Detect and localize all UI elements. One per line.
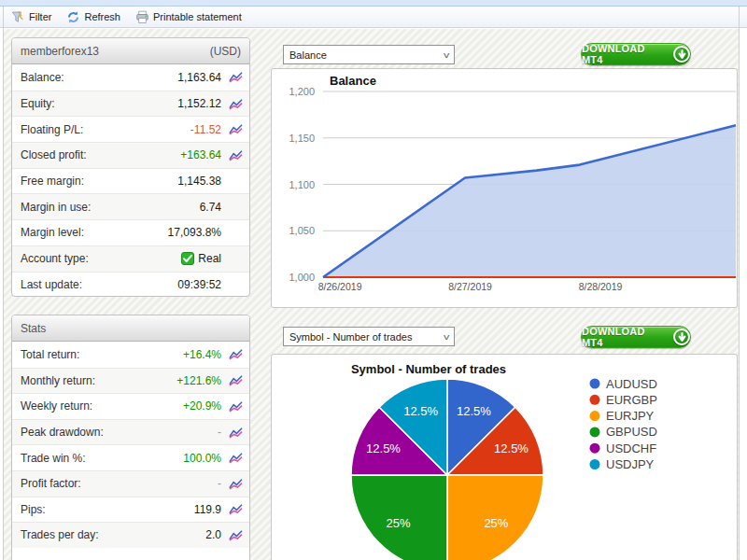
download-arrow-icon xyxy=(673,46,690,63)
chevron-down-icon: v xyxy=(444,50,449,60)
svg-text:EURJPY: EURJPY xyxy=(606,409,655,423)
svg-text:1,000: 1,000 xyxy=(289,272,315,283)
refresh-icon xyxy=(66,10,80,24)
svg-text:12.5%: 12.5% xyxy=(366,441,401,455)
table-row: Monthly return:+121.6% xyxy=(12,368,249,394)
svg-text:1,050: 1,050 xyxy=(289,225,315,236)
row-value: 09:39:52 xyxy=(177,278,221,291)
download-mt4-button-bottom[interactable]: DOWNLOAD MT4 xyxy=(581,326,691,348)
row-label: Pips: xyxy=(21,503,194,516)
balance-chart-panel: 1,0001,0501,1001,1501,2008/26/20198/27/2… xyxy=(271,68,738,308)
row-value: Real xyxy=(181,252,221,265)
window-top-strip xyxy=(0,0,747,7)
row-value: - xyxy=(218,426,221,439)
row-label: Trades per day: xyxy=(21,528,205,541)
svg-text:1,100: 1,100 xyxy=(289,179,315,190)
row-label: Total return: xyxy=(21,348,183,361)
table-row: Floating P/L:-11.52 xyxy=(12,116,249,142)
row-value: +16.4% xyxy=(183,348,221,361)
svg-text:1,200: 1,200 xyxy=(289,86,315,97)
mini-chart-icon[interactable] xyxy=(228,98,243,110)
svg-text:12.5%: 12.5% xyxy=(494,441,529,455)
mini-chart-icon[interactable] xyxy=(228,149,243,161)
row-value: 1,145.38 xyxy=(177,175,221,188)
table-row: Free margin:1,145.38 xyxy=(12,168,249,194)
svg-text:GBPUSD: GBPUSD xyxy=(606,425,657,439)
row-value: +163.64 xyxy=(180,148,221,161)
row-label: Free margin: xyxy=(21,175,177,188)
mini-chart-icon[interactable] xyxy=(228,374,243,386)
mini-chart-icon[interactable] xyxy=(228,123,243,135)
svg-text:12.5%: 12.5% xyxy=(457,404,491,418)
symbol-trades-dropdown[interactable]: Symbol - Number of trades v xyxy=(283,327,455,346)
mini-chart-icon[interactable] xyxy=(228,478,243,490)
row-label: Weekly return: xyxy=(21,399,183,413)
svg-text:12.5%: 12.5% xyxy=(403,404,438,418)
svg-text:25%: 25% xyxy=(484,516,508,530)
stats-panel-header: Stats xyxy=(12,315,249,342)
row-value: 6.74 xyxy=(200,201,221,214)
table-row: Last update:09:39:52 xyxy=(12,272,249,298)
mini-chart-icon[interactable] xyxy=(228,400,243,413)
svg-text:1,150: 1,150 xyxy=(289,133,315,144)
row-value: 100.0% xyxy=(183,452,221,465)
symbol-dropdown-value: Symbol - Number of trades xyxy=(289,331,412,343)
account-panel: memberforex13 (USD) Balance:1,163.64Equi… xyxy=(11,37,250,297)
account-name: memberforex13 xyxy=(21,45,99,58)
mini-chart-icon[interactable] xyxy=(228,529,243,541)
mini-chart-icon[interactable] xyxy=(228,452,243,464)
stats-rows: Total return:+16.4%Monthly return:+121.6… xyxy=(12,342,249,548)
filter-label: Filter xyxy=(29,11,51,22)
row-label: Margin in use: xyxy=(21,201,200,214)
table-row: Equity:1,152.12 xyxy=(12,91,249,117)
row-label: Margin level: xyxy=(21,226,168,239)
balance-chart-dropdown[interactable]: Balance v xyxy=(283,45,455,64)
download-arrow-icon xyxy=(673,329,690,345)
download-mt4-label: DOWNLOAD MT4 xyxy=(582,43,669,65)
table-row: Balance:1,163.64 xyxy=(12,64,249,91)
account-panel-header: memberforex13 (USD) xyxy=(12,38,249,64)
refresh-button[interactable]: Refresh xyxy=(66,10,120,24)
symbol-trades-pie-chart: Symbol - Number of trades12.5%12.5%25%25… xyxy=(272,355,737,560)
row-value: 2.0 xyxy=(205,528,221,541)
row-label: Monthly return: xyxy=(21,374,176,387)
svg-text:25%: 25% xyxy=(387,516,411,530)
download-mt4-button-top[interactable]: DOWNLOAD MT4 xyxy=(581,43,691,65)
row-value: +121.6% xyxy=(176,374,221,387)
stats-panel: Stats Total return:+16.4%Monthly return:… xyxy=(11,315,250,560)
table-row: Margin level:17,093.8% xyxy=(12,219,249,245)
account-currency: (USD) xyxy=(210,45,241,58)
row-label: Floating P/L: xyxy=(21,123,190,136)
printer-icon xyxy=(135,10,149,24)
printable-statement-button[interactable]: Printable statement xyxy=(135,10,242,24)
table-row: Pips:119.9 xyxy=(12,497,249,523)
row-label: Closed profit: xyxy=(21,148,180,161)
table-row: Trade win %:100.0% xyxy=(12,444,249,470)
svg-text:Symbol - Number of trades: Symbol - Number of trades xyxy=(351,362,506,376)
row-value: +20.9% xyxy=(183,399,221,413)
svg-text:8/26/2019: 8/26/2019 xyxy=(318,281,362,292)
table-row: Closed profit:+163.64 xyxy=(12,142,249,168)
real-account-check-icon xyxy=(181,252,194,265)
row-value: 1,163.64 xyxy=(177,71,221,84)
row-label: Trade win %: xyxy=(21,452,183,465)
mini-chart-icon[interactable] xyxy=(228,348,243,360)
row-value: - xyxy=(218,477,221,490)
page-left-border xyxy=(3,7,4,560)
table-row: Account type:Real xyxy=(12,245,249,272)
mini-chart-icon[interactable] xyxy=(228,71,243,83)
row-value: -11.52 xyxy=(190,123,221,136)
pie-chart-panel: Symbol - Number of trades12.5%12.5%25%25… xyxy=(271,354,738,560)
row-label: Profit factor: xyxy=(21,477,218,490)
row-label: Peak drawdown: xyxy=(21,426,218,439)
row-value: 17,093.8% xyxy=(168,226,221,239)
filter-button[interactable]: Filter xyxy=(11,10,51,24)
mini-chart-icon[interactable] xyxy=(228,503,243,515)
table-row: Total return:+16.4% xyxy=(12,342,249,368)
mini-chart-icon[interactable] xyxy=(228,427,243,439)
printable-statement-label: Printable statement xyxy=(153,11,242,22)
refresh-label: Refresh xyxy=(84,11,120,22)
row-label: Account type: xyxy=(21,252,181,265)
svg-text:8/27/2019: 8/27/2019 xyxy=(448,281,492,292)
row-label: Equity: xyxy=(21,97,177,110)
